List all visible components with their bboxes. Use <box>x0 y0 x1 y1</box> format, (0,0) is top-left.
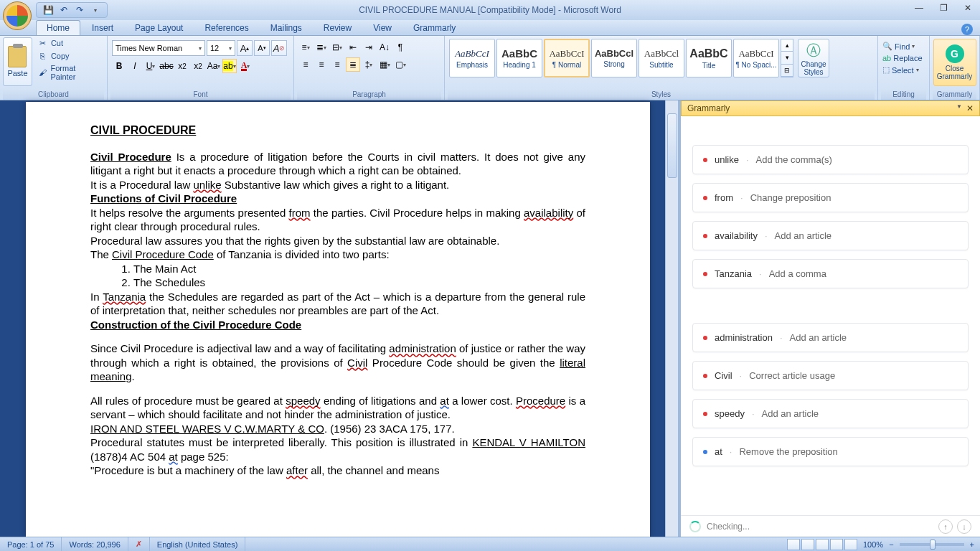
nav-down-button[interactable]: ↓ <box>957 519 971 534</box>
highlight-button[interactable]: ab▾ <box>222 59 237 73</box>
panel-close-icon[interactable]: ✕ <box>966 103 974 113</box>
document-page[interactable]: CIVIL PROCEDURE Civil Procedure Is a pro… <box>26 102 650 538</box>
panel-dropdown-icon[interactable]: ▼ <box>956 103 962 113</box>
clear-formatting-button[interactable]: A⊘ <box>271 40 287 56</box>
change-styles-button[interactable]: Ⓐ Change Styles <box>798 39 829 77</box>
font-color-button[interactable]: A▾ <box>238 59 253 73</box>
save-icon[interactable]: 💾 <box>42 4 54 16</box>
numbering-button[interactable]: ≣▾ <box>314 40 329 55</box>
grammarly-card[interactable]: speedy·Add an article <box>692 399 969 428</box>
style-heading1[interactable]: AaBbCHeading 1 <box>496 39 542 77</box>
style-strong[interactable]: AaBbCclStrong <box>591 39 637 77</box>
grammarly-card[interactable]: from·Change preposition <box>692 183 969 212</box>
bold-button[interactable]: B <box>112 59 126 73</box>
style-subtitle[interactable]: AaBbCclSubtitle <box>639 39 684 77</box>
view-full-screen-button[interactable] <box>801 539 814 550</box>
redo-icon[interactable]: ↷ <box>74 4 85 16</box>
justify-button[interactable]: ≣ <box>346 57 360 72</box>
doc-list: The Main Act The Schedules <box>133 262 585 290</box>
style-name: Title <box>702 62 716 70</box>
subscript-button[interactable]: x2 <box>175 59 189 73</box>
style-title[interactable]: AaBbCTitle <box>686 39 732 77</box>
find-button[interactable]: 🔍Find▾ <box>881 40 916 52</box>
style-preview: AaBbCcI <box>549 48 584 60</box>
show-hide-button[interactable]: ¶ <box>393 40 407 55</box>
doc-paragraph: Civil Procedure Is a procedure of litiga… <box>90 150 585 178</box>
status-language[interactable]: English (United States) <box>150 537 246 551</box>
zoom-out-button[interactable]: − <box>889 540 893 549</box>
close-button[interactable]: ✕ <box>960 1 976 14</box>
style-normal[interactable]: AaBbCcI¶ Normal <box>544 39 590 77</box>
grammarly-card[interactable]: at·Remove the preposition <box>692 437 969 466</box>
maximize-button[interactable]: ❐ <box>936 1 951 14</box>
tab-home[interactable]: Home <box>36 20 80 35</box>
vertical-scrollbar[interactable] <box>665 100 678 537</box>
zoom-in-button[interactable]: + <box>970 540 974 549</box>
office-button[interactable] <box>3 1 32 30</box>
minimize-button[interactable]: — <box>911 1 927 14</box>
tab-insert[interactable]: Insert <box>82 21 123 35</box>
view-web-layout-button[interactable] <box>816 539 829 550</box>
tab-grammarly[interactable]: Grammarly <box>403 21 466 35</box>
cut-button[interactable]: ✂Cut <box>35 37 104 49</box>
increase-indent-button[interactable]: ⇥ <box>362 40 376 55</box>
sort-button[interactable]: A↓ <box>377 40 392 55</box>
underline-button[interactable]: U▾ <box>143 59 158 73</box>
status-page[interactable]: Page: 1 of 75 <box>0 537 62 551</box>
align-left-button[interactable]: ≡ <box>298 57 313 72</box>
borders-button[interactable]: ▢▾ <box>393 57 407 72</box>
font-size-combo[interactable]: 12▾ <box>207 40 235 56</box>
zoom-slider[interactable] <box>900 543 964 546</box>
shading-button[interactable]: ▦▾ <box>377 57 392 72</box>
doc-paragraph: It is a Procedural law unlike Substantiv… <box>90 178 585 192</box>
view-outline-button[interactable] <box>830 539 843 550</box>
tab-references[interactable]: References <box>194 21 258 35</box>
grammarly-card[interactable]: unlike·Add the comma(s) <box>692 145 969 174</box>
grow-font-button[interactable]: A▴ <box>237 40 253 56</box>
style-emphasis[interactable]: AaBbCcIEmphasis <box>449 39 495 77</box>
status-proofing[interactable]: ✗ <box>128 537 150 551</box>
multilevel-list-button[interactable]: ⊟▾ <box>330 40 344 55</box>
select-button[interactable]: ⬚Select▾ <box>881 64 920 76</box>
copy-button[interactable]: ⎘Copy <box>35 50 104 62</box>
paste-button[interactable]: Paste <box>3 37 32 86</box>
find-icon: 🔍 <box>882 42 892 51</box>
help-icon[interactable]: ? <box>961 24 973 35</box>
line-spacing-button[interactable]: ‡▾ <box>362 57 376 72</box>
scrollbar-thumb[interactable] <box>667 113 677 178</box>
status-words[interactable]: Words: 20,996 <box>62 537 128 551</box>
tab-view[interactable]: View <box>363 21 402 35</box>
italic-button[interactable]: I <box>128 59 142 73</box>
grammarly-card[interactable]: administration·Add an article <box>692 323 969 352</box>
grammarly-card[interactable]: Civil·Correct article usage <box>692 361 969 390</box>
format-painter-button[interactable]: 🖌Format Painter <box>35 63 104 82</box>
bullets-button[interactable]: ≡▾ <box>298 40 313 55</box>
grammarly-card[interactable]: availability·Add an article <box>692 221 969 250</box>
strikethrough-button[interactable]: abc <box>159 59 174 73</box>
tab-page-layout[interactable]: Page Layout <box>125 21 193 35</box>
superscript-button[interactable]: x2 <box>191 59 205 73</box>
qat-customize-icon[interactable]: ▾ <box>90 4 101 16</box>
view-print-layout-button[interactable] <box>787 539 800 550</box>
align-right-button[interactable]: ≡ <box>330 57 344 72</box>
nav-up-button[interactable]: ↑ <box>938 519 953 534</box>
grammarly-card[interactable]: Tanzania·Add a comma <box>692 259 969 288</box>
style-preview: AaBbC <box>689 47 727 60</box>
zoom-level[interactable]: 100% <box>863 540 883 549</box>
doc-paragraph: Procedural statutes must be interpreted … <box>90 435 585 463</box>
tab-mailings[interactable]: Mailings <box>260 21 312 35</box>
close-grammarly-button[interactable]: G Close Grammarly <box>933 39 976 86</box>
change-case-button[interactable]: Aa▾ <box>207 59 221 73</box>
view-draft-button[interactable] <box>844 539 857 550</box>
zoom-slider-thumb[interactable] <box>930 540 936 550</box>
replace-button[interactable]: abReplace <box>881 52 924 64</box>
copy-label: Copy <box>51 52 70 60</box>
shrink-font-button[interactable]: A▾ <box>254 40 270 56</box>
undo-icon[interactable]: ↶ <box>58 4 70 16</box>
styles-more-button[interactable]: ▴▾⊟ <box>781 39 793 77</box>
font-name-combo[interactable]: Times New Roman▾ <box>112 40 205 56</box>
decrease-indent-button[interactable]: ⇤ <box>346 40 360 55</box>
style-nospacing[interactable]: AaBbCcI¶ No Spaci... <box>733 39 779 77</box>
tab-review[interactable]: Review <box>314 21 362 35</box>
align-center-button[interactable]: ≡ <box>314 57 329 72</box>
